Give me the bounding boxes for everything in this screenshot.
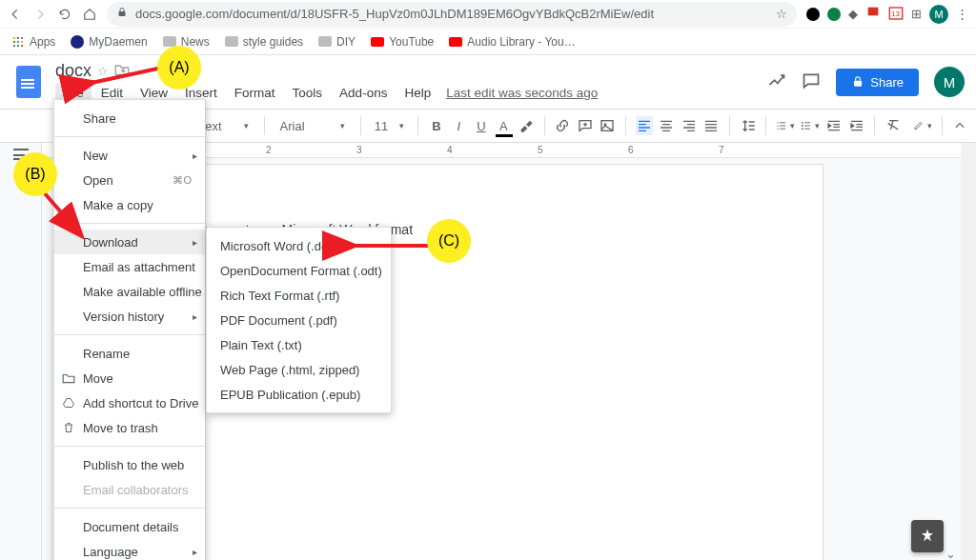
apps-label: Apps — [30, 35, 55, 49]
svg-point-9 — [17, 44, 19, 46]
callout-b: (B) — [13, 152, 57, 196]
account-avatar[interactable]: M — [934, 67, 965, 97]
image-icon[interactable] — [600, 116, 617, 135]
bookmark-item[interactable]: Audio Library - You… — [449, 35, 575, 49]
svg-point-15 — [802, 125, 803, 127]
menu-trash[interactable]: Move to trash — [54, 415, 205, 440]
comment-icon[interactable] — [577, 116, 594, 135]
clear-format-icon[interactable] — [884, 116, 902, 135]
underline-icon[interactable]: U — [473, 116, 490, 135]
italic-icon[interactable]: I — [451, 116, 468, 135]
collapse-icon[interactable] — [952, 116, 969, 135]
menu-format[interactable]: Format — [227, 83, 283, 103]
docs-logo-icon[interactable] — [11, 65, 46, 99]
svg-point-7 — [21, 40, 23, 42]
ext-icon[interactable] — [827, 8, 841, 21]
bookmark-item[interactable]: MyDaemen — [71, 35, 147, 49]
menu-move[interactable]: Move — [54, 366, 205, 390]
align-justify-icon[interactable] — [703, 116, 721, 135]
menu-email-collab: Email collaborators — [54, 477, 205, 502]
explore-button[interactable] — [911, 520, 944, 552]
address-bar[interactable]: docs.google.com/document/d/18USFR-5_HupV… — [107, 2, 797, 27]
forward-icon[interactable] — [32, 7, 48, 22]
align-left-icon[interactable] — [636, 116, 653, 135]
font-size[interactable]: 11▾ — [371, 119, 408, 133]
svg-point-5 — [13, 40, 15, 42]
download-html[interactable]: Web Page (.html, zipped) — [207, 357, 391, 382]
align-right-icon[interactable] — [681, 116, 698, 135]
menu-language[interactable]: Language — [54, 539, 205, 560]
callout-arrow-b — [38, 187, 95, 247]
svg-line-18 — [44, 192, 80, 234]
reload-icon[interactable] — [57, 7, 72, 22]
download-epub[interactable]: EPUB Publication (.epub) — [207, 382, 391, 407]
bookmarks-bar: Apps MyDaemen News style guides DIY YouT… — [0, 29, 976, 55]
menu-rename[interactable]: Rename — [54, 341, 205, 366]
svg-point-10 — [21, 44, 23, 46]
svg-line-17 — [92, 68, 162, 83]
ext-icon[interactable] — [806, 8, 820, 21]
menu-offline[interactable]: Make available offline — [54, 279, 205, 304]
download-txt[interactable]: Plain Text (.txt) — [207, 332, 391, 357]
apps-icon[interactable]: Apps — [11, 35, 55, 49]
menu-add-shortcut[interactable]: Add shortcut to Drive — [54, 390, 205, 415]
comments-icon[interactable] — [802, 71, 821, 93]
checklist-icon[interactable] — [776, 116, 795, 135]
menu-help[interactable]: Help — [396, 83, 438, 103]
menu-version-history[interactable]: Version history — [54, 304, 205, 329]
back-icon[interactable] — [8, 7, 23, 22]
svg-point-6 — [17, 40, 19, 42]
share-label: Share — [870, 75, 904, 90]
indent-decrease-icon[interactable] — [825, 116, 843, 135]
activity-icon[interactable] — [767, 71, 786, 93]
last-edit-link[interactable]: Last edit was seconds ago — [446, 83, 598, 103]
svg-point-3 — [17, 36, 19, 38]
bookmark-item[interactable]: YouTube — [371, 35, 434, 49]
download-rtf[interactable]: Rich Text Format (.rtf) — [207, 283, 391, 308]
chrome-avatar[interactable]: M — [929, 5, 948, 24]
star-icon[interactable]: ☆ — [776, 7, 787, 21]
menu-new[interactable]: New — [54, 143, 205, 168]
font-select[interactable]: Arial — [274, 119, 351, 133]
chrome-extensions: ◆ 13 ⊞ M ⋮ — [806, 5, 968, 24]
left-gutter — [0, 143, 42, 560]
ext-badge[interactable]: 13 — [888, 6, 904, 23]
menu-tools[interactable]: Tools — [285, 83, 331, 103]
scrollbar[interactable] — [961, 143, 976, 560]
menu-addons[interactable]: Add-ons — [332, 83, 395, 103]
menu-email-attachment[interactable]: Email as attachment — [54, 254, 205, 279]
menu-share[interactable]: Share — [54, 106, 205, 130]
svg-point-16 — [802, 128, 803, 130]
browser-chrome-bar: docs.google.com/document/d/18USFR-5_HupV… — [0, 0, 976, 29]
bookmark-folder[interactable]: DIY — [318, 35, 356, 49]
bold-icon[interactable]: B — [428, 116, 445, 135]
bookmark-folder[interactable]: style guides — [225, 35, 303, 49]
ext-icon[interactable]: ◆ — [848, 7, 858, 21]
menu-doc-details[interactable]: Document details — [54, 514, 205, 539]
callout-arrow-c — [345, 236, 440, 258]
align-center-icon[interactable] — [659, 116, 676, 135]
home-icon[interactable] — [82, 7, 97, 22]
youtube-icon — [371, 37, 384, 47]
download-odt[interactable]: OpenDocument Format (.odt) — [207, 258, 391, 283]
svg-point-2 — [13, 36, 15, 38]
line-spacing-icon[interactable] — [740, 116, 757, 135]
callout-a: (A) — [157, 46, 201, 90]
text-color-icon[interactable]: A — [496, 116, 513, 135]
bullet-list-icon[interactable] — [801, 116, 820, 135]
ext-icon[interactable] — [865, 5, 881, 23]
svg-rect-0 — [119, 11, 126, 16]
indent-increase-icon[interactable] — [848, 116, 865, 135]
menu-publish[interactable]: Publish to the web — [54, 452, 205, 477]
svg-point-14 — [802, 122, 803, 124]
url-text: docs.google.com/document/d/18USFR-5_HupV… — [135, 7, 768, 21]
share-button[interactable]: Share — [836, 69, 919, 96]
scroll-down-icon[interactable]: ⌄ — [946, 547, 957, 558]
highlight-icon[interactable] — [518, 116, 535, 135]
editing-mode-icon[interactable] — [913, 116, 932, 135]
ext-icon[interactable]: ⊞ — [911, 7, 922, 21]
chrome-menu-icon[interactable]: ⋮ — [956, 7, 968, 21]
link-icon[interactable] — [555, 116, 572, 135]
svg-point-8 — [13, 44, 15, 46]
download-pdf[interactable]: PDF Document (.pdf) — [207, 308, 391, 332]
